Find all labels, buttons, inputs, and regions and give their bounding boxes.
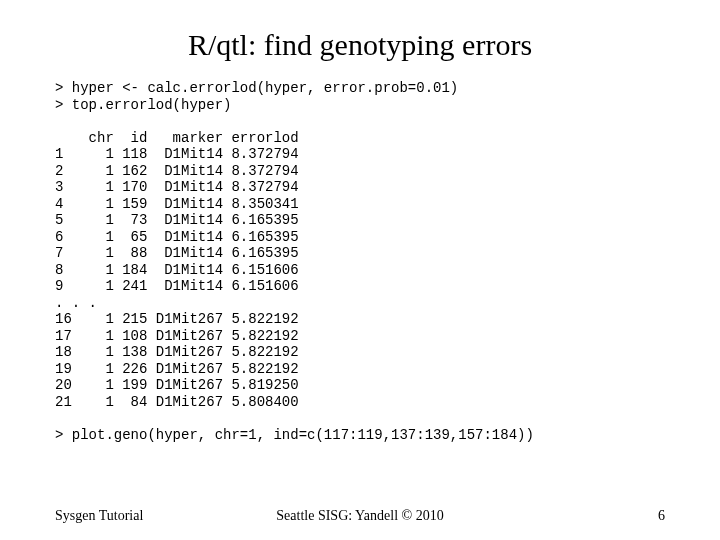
slide-footer: Sysgen Tutorial Seattle SISG: Yandell © …	[55, 508, 665, 524]
code-block: > hyper <- calc.errorlod(hyper, error.pr…	[55, 80, 665, 443]
slide: R/qtl: find genotyping errors > hyper <-…	[0, 0, 720, 540]
footer-left: Sysgen Tutorial	[55, 508, 143, 524]
footer-center: Seattle SISG: Yandell © 2010	[55, 508, 665, 524]
footer-page-number: 6	[658, 508, 665, 524]
slide-title: R/qtl: find genotyping errors	[55, 28, 665, 62]
